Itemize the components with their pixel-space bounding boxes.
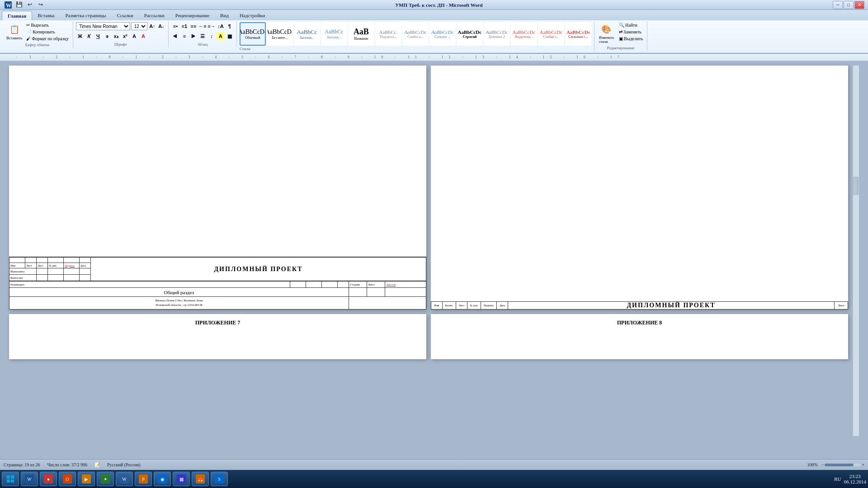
quick-save-btn[interactable]: 💾 [14,0,24,9]
font-label: Шрифт [114,42,127,47]
tab-addins[interactable]: Надстройки [234,11,270,20]
italic-button[interactable]: К [85,32,93,40]
style-subtle-ref[interactable]: AaBbCcDcСлабая с... [538,22,564,46]
taskbar-app-6[interactable]: W [116,472,133,486]
copy-icon: 📄 [26,29,32,34]
maximize-button[interactable]: □ [844,1,854,9]
taskbar-app-4[interactable]: ▶ [78,472,95,486]
show-marks-button[interactable]: ¶ [226,22,234,30]
copy-button[interactable]: 📄 Копировать [25,29,70,35]
select-button[interactable]: ▣ Выделить [618,36,644,42]
page-info: Страница: 19 из 26 [4,462,40,467]
multilevel-list-button[interactable]: ≡≡ [189,22,198,30]
style-normal[interactable]: AaBbCcDcОбычный [240,22,266,46]
page-1-top[interactable]: ДИПЛОМНЫЙ ПРОЕКТ Имя Лист Лист № дан. По… [9,66,426,310]
justify-button[interactable]: ☰ [198,32,207,40]
taskbar-app8-icon: ◉ [158,474,167,483]
taskbar-app11-icon: S [215,474,224,483]
style-emphasis[interactable]: AaBbCcDcСильное ... [429,22,456,46]
taskbar-app-3[interactable]: O [59,472,76,486]
stamp-2: Имя Колич. Лист № дон. Подпись Дата ДИПЛ… [431,301,848,310]
page-1-bottom[interactable]: ПРИЛОЖЕНИЕ 7 [9,314,426,359]
style-intense-ref[interactable]: AaBbCcDsСильная с... [565,22,591,46]
clipboard-buttons: 📋 Вставить ✂ Вырезать 📄 Копировать 🖌 Фор… [5,22,70,42]
word-count: Число слов: 37/2 906 [47,462,88,467]
replace-button[interactable]: ⇄ Заменить [618,29,644,35]
tab-review[interactable]: Рецензирование [170,11,215,20]
subscript-button[interactable]: х₂ [112,32,120,40]
taskbar-app-2[interactable]: ● [40,472,57,486]
bullet-list-button[interactable]: ≡• [171,22,179,30]
grow-font-button[interactable]: A↑ [148,22,156,30]
title-text: УМП Треб. к сост. ДП - Microsoft Word [395,2,482,8]
border-button[interactable]: ▦ [226,32,234,40]
font-name-select[interactable]: Times New Roman [76,22,130,30]
format-painter-button[interactable]: 🖌 Формат по образцу [25,36,70,42]
bold-button[interactable]: Ж [76,32,84,40]
taskbar-app-1[interactable]: W [21,472,38,486]
tab-insert[interactable]: Вставка [32,11,60,20]
vertical-scrollbar[interactable] [853,66,859,436]
page-2-top[interactable]: Имя Колич. Лист № дон. Подпись Дата ДИПЛ… [431,66,848,310]
taskbar-app-9[interactable]: ▦ [173,472,190,486]
decrease-indent-button[interactable]: ←≡ [198,22,207,30]
format-painter-icon: 🖌 [26,36,31,41]
taskbar-app-5[interactable]: ✦ [97,472,114,486]
change-styles-button[interactable]: 🎨 Изменитьстили [597,22,616,45]
align-center-button[interactable]: ≡ [180,32,189,40]
tab-references[interactable]: Ссылки [111,11,138,20]
clipboard-label: Буфер обмена [25,42,49,47]
taskbar-app-10[interactable]: 🦊 [192,472,209,486]
style-no-spacing[interactable]: AaBbCcDcБез инте... [267,22,293,46]
svg-rect-4 [7,479,10,483]
style-subtle-emphasis[interactable]: AaBbCcDcСлабое в... [402,22,429,46]
text-color-button[interactable]: A [139,32,147,40]
right-page-column: Имя Колич. Лист № дон. Подпись Дата ДИПЛ… [431,66,848,436]
font-size-select[interactable]: 12 [131,22,147,30]
clear-format-button[interactable]: A [130,32,138,40]
sort-button[interactable]: ↕A [217,22,225,30]
taskbar-app-7[interactable]: P [135,472,152,486]
align-left-button[interactable]: ⫷ [171,32,179,40]
shrink-font-button[interactable]: A↓ [157,22,165,30]
tab-mailings[interactable]: Рассылки [139,11,170,20]
style-subtitle[interactable]: AaBbCc.Подзагол... [375,22,401,46]
minimize-button[interactable]: ─ [833,1,843,9]
taskbar-app-11[interactable]: S [211,472,228,486]
stamp-1: ДИПЛОМНЫЙ ПРОЕКТ Имя Лист Лист № дан. По… [9,257,426,310]
statusbar-right: 100% − + [807,462,864,467]
tab-view[interactable]: Вид [215,11,234,20]
underline-button[interactable]: Ч [94,32,102,40]
start-button[interactable] [2,472,19,486]
scrollbar-thumb[interactable] [853,177,859,195]
tab-home[interactable]: Главная [2,11,32,20]
style-strong[interactable]: AaBbCcDcСтрогий [457,22,483,46]
zoom-out-button[interactable]: − [821,462,824,467]
tab-page-layout[interactable]: Разметка страницы [60,11,111,20]
style-quote[interactable]: AaBbCcDcЦитата 2 [484,22,510,46]
style-heading1[interactable]: AaBbCcЗаголов... [294,22,320,46]
style-intense-emphasis[interactable]: AaBbCcDcВыделени... [511,22,537,46]
numbered-list-button[interactable]: ≡1 [180,22,189,30]
shading-button[interactable]: A [217,32,225,40]
quick-undo-btn[interactable]: ↩ [25,0,34,9]
find-button[interactable]: 🔍 Найти [618,22,644,28]
quick-redo-btn[interactable]: ↪ [36,0,45,9]
cut-button[interactable]: ✂ Вырезать [25,22,70,28]
strikethrough-button[interactable]: з [103,32,111,40]
style-heading2[interactable]: AaBbCcЗаголов... [321,22,347,46]
line-spacing-button[interactable]: ↕ [208,32,216,40]
taskbar-app10-icon: 🦊 [196,474,205,483]
taskbar-app-8[interactable]: ◉ [154,472,171,486]
taskbar-app4-icon: ▶ [82,474,91,483]
zoom-in-button[interactable]: + [862,462,864,467]
align-right-button[interactable]: ⫸ [189,32,198,40]
superscript-button[interactable]: х² [121,32,129,40]
close-button[interactable]: ✕ [854,1,864,9]
page-2-bottom[interactable]: ПРИЛОЖЕНИЕ 8 [431,314,848,359]
style-title[interactable]: АаВНазвание [348,22,374,46]
paste-button[interactable]: 📋 Вставить [5,22,24,41]
increase-indent-button[interactable]: ≡→ [208,22,216,30]
select-icon: ▣ [619,36,623,41]
svg-text:W: W [6,2,11,9]
